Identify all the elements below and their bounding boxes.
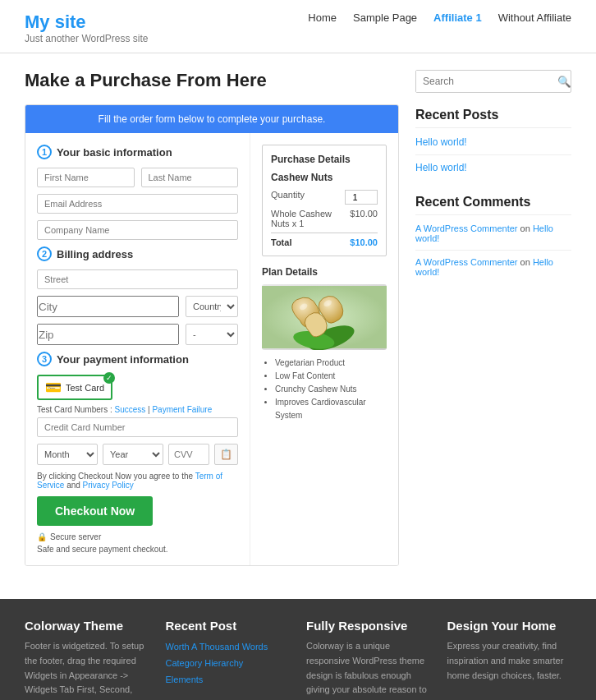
last-name-input[interactable] xyxy=(141,168,239,187)
section2-label: Billing address xyxy=(57,248,133,260)
footer-col-2: Recent Post Worth A Thousand Words Categ… xyxy=(166,619,291,700)
terms-and: and xyxy=(66,481,80,490)
comment-2-on: on xyxy=(520,257,533,267)
plan-title: Plan Details xyxy=(262,266,387,278)
nav-home[interactable]: Home xyxy=(308,12,337,24)
nav-affiliate1[interactable]: Affiliate 1 xyxy=(433,12,482,24)
site-branding: My site Just another WordPress site xyxy=(25,12,149,44)
footer-link-1[interactable]: Worth A Thousand Words xyxy=(166,639,291,656)
zip-input[interactable] xyxy=(37,324,179,345)
country-select[interactable]: Country xyxy=(186,296,238,317)
safe-text: Safe and secure payment checkout. xyxy=(37,545,238,554)
feature-1: Vegetarian Product xyxy=(275,357,387,370)
lock-icon: 🔒 xyxy=(37,532,47,541)
test-card-failure-link[interactable]: Payment Failure xyxy=(152,405,212,414)
email-input[interactable] xyxy=(37,194,238,214)
section2-num: 2 xyxy=(37,246,52,261)
feature-3: Crunchy Cashew Nuts xyxy=(275,383,387,396)
card-badge: 💳 Test Card ✓ xyxy=(37,375,112,400)
credit-card-icon: 💳 xyxy=(45,380,62,395)
form-header-bar: Fill the order form below to complete yo… xyxy=(25,105,398,133)
footer-link-3[interactable]: Elements xyxy=(166,672,291,688)
quantity-label: Quantity xyxy=(271,190,305,205)
footer-dark: Colorway Theme Footer is widgetized. To … xyxy=(0,599,596,700)
footer-col-1-title: Colorway Theme xyxy=(25,619,149,633)
search-button[interactable]: 🔍 xyxy=(552,71,576,92)
feature-4: Improves Cardiovascular System xyxy=(275,396,387,422)
footer-col-1-text: Footer is widgetized. To setup the foote… xyxy=(25,639,149,700)
recent-comments-title: Recent Comments xyxy=(415,195,571,215)
footer-col-3-text: Colorway is a unique responsive WordPres… xyxy=(306,639,431,700)
footer-col-3-title: Fully Responsive xyxy=(306,619,431,633)
credit-card-input[interactable] xyxy=(37,417,238,437)
comment-2: A WordPress Commenter on Hello world! xyxy=(415,257,571,283)
post-link-1[interactable]: Hello world! xyxy=(415,136,571,155)
city-input[interactable] xyxy=(37,296,179,317)
main-nav: Home Sample Page Affiliate 1 Without Aff… xyxy=(308,12,571,24)
footer-link-2[interactable]: Category Hierarchy xyxy=(166,656,291,672)
recent-posts-section: Recent Posts Hello world! Hello world! xyxy=(415,108,571,180)
footer-col-4-text: Express your creativity, find inspiratio… xyxy=(447,639,572,683)
search-input[interactable] xyxy=(416,71,552,92)
search-box: 🔍 xyxy=(415,70,571,93)
street-input[interactable] xyxy=(37,269,238,289)
item-label: Whole Cashew Nuts x 1 xyxy=(271,209,350,228)
plan-image xyxy=(262,284,387,350)
comment-1: A WordPress Commenter on Hello world! xyxy=(415,223,571,251)
footer-col-1: Colorway Theme Footer is widgetized. To … xyxy=(25,619,149,700)
section1-label: Your basic information xyxy=(57,146,172,159)
recent-comments-section: Recent Comments A WordPress Commenter on… xyxy=(415,195,571,283)
site-title: My site xyxy=(25,12,149,33)
footer-col-2-title: Recent Post xyxy=(166,619,291,633)
product-name: Cashew Nuts xyxy=(271,172,378,183)
nav-sample-page[interactable]: Sample Page xyxy=(353,12,417,24)
purchase-box: Purchase Details Cashew Nuts Quantity Wh… xyxy=(262,145,387,256)
quantity-input[interactable] xyxy=(345,190,378,205)
footer-col-4-title: Design Your Home xyxy=(447,619,572,633)
secure-server-label: Secure server xyxy=(50,532,101,541)
check-icon: ✓ xyxy=(103,372,115,384)
feature-2: Low Fat Content xyxy=(275,370,387,383)
purchase-title: Purchase Details xyxy=(271,154,378,165)
footer-col-4: Design Your Home Express your creativity… xyxy=(447,619,572,700)
section3-label: Your payment information xyxy=(57,353,189,366)
test-card-label: Test Card Numbers : xyxy=(37,405,112,414)
item-price: $10.00 xyxy=(350,209,378,228)
company-input[interactable] xyxy=(37,220,238,240)
recent-posts-title: Recent Posts xyxy=(415,108,571,128)
year-select[interactable]: Year xyxy=(103,444,163,465)
total-label: Total xyxy=(271,237,291,247)
card-badge-label: Test Card xyxy=(66,383,104,393)
cvv-info-button[interactable]: 📋 xyxy=(214,444,238,465)
form-container: Fill the order form below to complete yo… xyxy=(25,104,399,566)
test-card-success-link[interactable]: Success xyxy=(114,405,145,414)
comment-1-on: on xyxy=(520,223,533,233)
section3-num: 3 xyxy=(37,352,52,366)
first-name-input[interactable] xyxy=(37,168,135,187)
month-select[interactable]: Month xyxy=(37,444,98,465)
checkout-button[interactable]: Checkout Now xyxy=(37,496,153,526)
extra-select[interactable]: - xyxy=(186,324,238,345)
privacy-policy-link[interactable]: Privacy Policy xyxy=(83,481,134,490)
nav-without-affiliate[interactable]: Without Affiliate xyxy=(498,12,571,24)
plan-features: Vegetarian Product Low Fat Content Crunc… xyxy=(262,357,387,422)
comment-1-author[interactable]: A WordPress Commenter xyxy=(415,223,518,233)
terms-prefix: By clicking Checkout Now you agree to th… xyxy=(37,472,193,481)
cvv-input[interactable] xyxy=(168,444,209,465)
footer-col-3: Fully Responsive Colorway is a unique re… xyxy=(306,619,431,700)
section1-num: 1 xyxy=(37,145,52,159)
site-tagline: Just another WordPress site xyxy=(25,33,149,44)
comment-2-author[interactable]: A WordPress Commenter xyxy=(415,257,518,267)
page-title: Make a Purchase From Here xyxy=(25,70,399,91)
header: My site Just another WordPress site Home… xyxy=(0,0,596,53)
post-link-2[interactable]: Hello world! xyxy=(415,162,571,180)
total-amount: $10.00 xyxy=(350,237,378,247)
